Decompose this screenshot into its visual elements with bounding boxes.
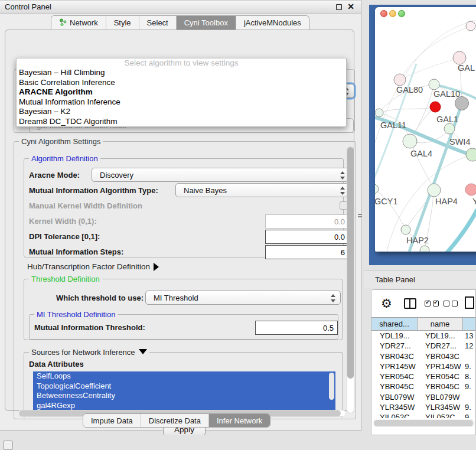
deselect-all-checkboxes-icon[interactable] xyxy=(444,301,458,306)
network-node-Y[interactable] xyxy=(465,184,476,195)
manual-kernel-width-label: Manual Kernel Width Definition xyxy=(29,201,142,210)
node-label-GAL11: GAL11 xyxy=(380,120,406,130)
column-header[interactable] xyxy=(463,318,476,331)
algorithm-definition-title: Algorithm Definition xyxy=(29,154,100,163)
cell-shared-name: YBR045C xyxy=(371,381,418,392)
columns-icon[interactable] xyxy=(404,298,416,309)
algorithm-option[interactable]: Bayesian – Hill Climbing xyxy=(17,68,346,78)
kernel-width-field[interactable]: 0.0 xyxy=(265,214,349,229)
table-panel-bar: Table Panel xyxy=(364,270,476,288)
table-row[interactable]: YER054CYER054C8. xyxy=(371,371,476,381)
algorithm-option[interactable]: Basic Correlation Inference xyxy=(17,78,346,88)
network-graph[interactable]: GALGAL80GAL10GAL1GAL11GAL4SWI4GCY1HAP4YH… xyxy=(375,7,476,252)
cell-value: 9 xyxy=(463,412,476,418)
node-label-GAL10: GAL10 xyxy=(433,89,460,99)
mi-threshold-label: Mutual Information Threshold: xyxy=(34,323,145,332)
tab-network[interactable]: Network xyxy=(51,16,106,30)
mi-algorithm-type-label: Mutual Information Algorithm Type: xyxy=(29,186,158,195)
table-row[interactable]: YDL19...YDL19...13 xyxy=(371,331,476,341)
float-window-icon[interactable] xyxy=(336,4,342,10)
attribute-item[interactable]: TopologicalCoefficient xyxy=(33,381,335,392)
table-row[interactable]: YBL079WYBL079W xyxy=(371,392,476,402)
column-header[interactable]: name xyxy=(418,318,463,331)
node-label-GCY1: GCY1 xyxy=(375,197,398,206)
control-panel-titlebar[interactable]: Control Panel ✕ xyxy=(0,1,361,14)
scrollbar-thumb[interactable] xyxy=(374,420,473,426)
network-node-GAL10[interactable] xyxy=(429,79,439,90)
tab-impute-data[interactable]: Impute Data xyxy=(83,414,141,427)
scrollbar-thumb[interactable] xyxy=(329,373,334,400)
mi-algorithm-type-select[interactable]: Naive Bayes xyxy=(175,183,350,197)
network-view-window[interactable]: GALGAL80GAL10GAL1GAL11GAL4SWI4GCY1HAP4YH… xyxy=(375,7,476,252)
algorithm-option[interactable]: Mutual Information Inference xyxy=(17,97,346,107)
stepper-arrows-icon xyxy=(340,171,345,180)
tab-style[interactable]: Style xyxy=(106,16,139,30)
mi-threshold-definition-group: MI Threshold Definition Mutual Informati… xyxy=(29,314,338,340)
network-node[interactable] xyxy=(430,102,441,112)
hub-definition-expander[interactable]: Hub/Transcription Factor Definition xyxy=(27,262,159,271)
table-row[interactable]: YBR045CYBR045C9. xyxy=(371,381,476,392)
mi-threshold-field[interactable]: 0.5 xyxy=(255,321,338,335)
mi-steps-label: Mutual Information Steps: xyxy=(29,247,123,256)
algorithm-option[interactable]: Bayesian – K2 xyxy=(17,107,346,117)
attribute-item[interactable]: SelfLoops xyxy=(33,371,335,381)
network-node-GAL1[interactable] xyxy=(444,123,455,134)
network-node-GAL80[interactable] xyxy=(394,74,406,86)
cell-shared-name: YDR27... xyxy=(371,341,418,351)
cell-name: YBR043C xyxy=(418,351,463,361)
table-toolbar: ⚙ xyxy=(371,290,475,317)
algorithm-option[interactable]: Dream8 DC_TDC Algorithm xyxy=(17,117,346,127)
data-attributes-list[interactable]: SelfLoopsTopologicalCoefficientBetweenne… xyxy=(33,371,335,410)
attribute-item[interactable]: BetweennessCentrality xyxy=(33,391,335,401)
select-all-checkboxes-icon[interactable] xyxy=(425,301,439,306)
cell-shared-name: YDL19... xyxy=(371,331,418,341)
dpi-tolerance-label: DPI Tolerance [0,1]: xyxy=(29,232,100,241)
node-label-HAP4: HAP4 xyxy=(435,197,458,206)
panel-resize-handle[interactable] xyxy=(358,214,362,220)
attribute-item[interactable]: gal4RGexp xyxy=(33,401,335,411)
network-node-HAP4[interactable] xyxy=(428,184,441,197)
tab-discretize-data[interactable]: Discretize Data xyxy=(141,414,209,427)
aracne-mode-select[interactable]: Discovery xyxy=(92,168,350,182)
table-horizontal-scrollbar[interactable] xyxy=(373,419,475,427)
table-row[interactable]: YLR345WYLR345W9. xyxy=(371,402,476,412)
network-node-GAL11[interactable] xyxy=(375,109,383,117)
network-desktop-background: GALGAL80GAL10GAL1GAL11GAL4SWI4GCY1HAP4YH… xyxy=(369,5,476,265)
collapse-down-icon xyxy=(139,349,147,354)
network-node-GAL[interactable] xyxy=(453,51,466,64)
mi-steps-field[interactable]: 6 xyxy=(265,245,349,259)
stepper-arrows-icon xyxy=(331,294,335,303)
cell-name: YIL052C xyxy=(418,412,463,418)
algorithm-option[interactable]: ARACNE Algorithm xyxy=(17,87,346,97)
tab-label: jActiveMNodules xyxy=(244,18,301,27)
node-label-SWI4: SWI4 xyxy=(449,137,470,146)
column-header[interactable]: shared... xyxy=(371,318,418,331)
close-icon[interactable]: ✕ xyxy=(347,2,354,11)
bottom-left-panel-button[interactable] xyxy=(3,441,13,450)
tab-jactivemnodules[interactable]: jActiveMNodules xyxy=(236,16,309,30)
table-row[interactable]: YPR145WYPR145W9. xyxy=(371,361,476,371)
tab-cyni-toolbox[interactable]: Cyni Toolbox xyxy=(177,16,236,30)
network-node[interactable] xyxy=(420,246,429,252)
scrollbar-thumb[interactable] xyxy=(347,147,354,379)
network-node-GAL4[interactable] xyxy=(403,134,417,148)
which-threshold-select[interactable]: MI Threshold xyxy=(145,291,341,305)
dpi-tolerance-field[interactable]: 0.0 xyxy=(265,230,349,244)
sources-title[interactable]: Sources for Network Inference xyxy=(29,348,149,357)
cell-value: 8. xyxy=(463,371,476,381)
table-window: ⚙ shared...name YDL19...YDL19...13YDR27.… xyxy=(371,289,476,435)
settings-vertical-scrollbar[interactable] xyxy=(347,146,354,413)
tab-select[interactable]: Select xyxy=(139,16,177,30)
cell-name: YBL079W xyxy=(418,392,463,402)
table-row[interactable]: YBR043CYBR043C xyxy=(371,351,476,361)
table-row[interactable]: YIL052CYIL052C9 xyxy=(371,412,476,418)
file-icon[interactable] xyxy=(465,296,474,309)
tab-infer-network[interactable]: Infer Network xyxy=(209,414,270,427)
gear-icon[interactable]: ⚙ xyxy=(381,296,392,311)
network-node-SWI4[interactable] xyxy=(466,148,476,161)
dropdown-items: Bayesian – Hill ClimbingBasic Correlatio… xyxy=(17,68,346,126)
network-node[interactable] xyxy=(466,21,475,31)
network-node-HAP2[interactable] xyxy=(401,225,410,234)
table-row[interactable]: YDR27...YDR27...12 xyxy=(371,341,476,351)
attribute-list-scrollbar[interactable] xyxy=(328,373,335,409)
